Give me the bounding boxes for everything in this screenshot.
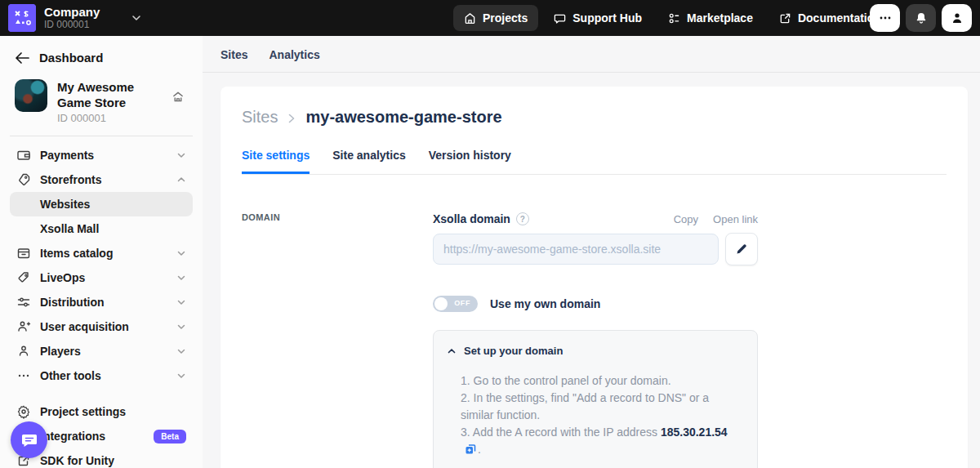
project-avatar[interactable]	[15, 79, 47, 112]
own-domain-toggle-row: OFF Use my own domain	[433, 296, 758, 312]
sidebar-item-storefronts[interactable]: Storefronts	[10, 167, 193, 192]
sidebar-item-xsolla-mall[interactable]: Xsolla Mall	[10, 216, 193, 241]
site-settings-card: Sites my-awesome-game-store Site setting…	[220, 87, 968, 468]
project-card: My Awesome Game Store ID 000001	[0, 73, 203, 127]
setup-step-2: 2. In the settings, find "Add a record t…	[461, 390, 744, 424]
tag-icon	[16, 270, 31, 285]
content-area: Sites Analytics Sites my-awesome-game-st…	[203, 36, 980, 468]
chat-bubble-icon	[20, 430, 39, 450]
chevron-down-icon	[176, 248, 186, 258]
top-nav: Projects Support Hub Marketplace Documen…	[453, 5, 892, 31]
setup-panel-title: Set up your domain	[464, 345, 563, 357]
more-options-button[interactable]	[870, 4, 900, 32]
tab-version-history[interactable]: Version history	[429, 149, 511, 174]
sidebar: Dashboard My Awesome Game Store ID 00000…	[0, 36, 203, 468]
sidebar-item-label: SDK for Unity	[40, 454, 186, 467]
user-plus-icon	[16, 319, 31, 334]
domain-section-label: DOMAIN	[242, 212, 433, 222]
nav-documentation-label: Documentation	[798, 11, 881, 25]
sidebar-item-players[interactable]: Players	[10, 339, 193, 363]
xsolla-domain-input[interactable]	[433, 234, 719, 265]
nav-projects[interactable]: Projects	[453, 5, 538, 31]
sidebar-item-distribution[interactable]: Distribution	[10, 290, 193, 314]
nav-marketplace-label: Marketplace	[687, 11, 753, 25]
nav-projects-label: Projects	[483, 11, 528, 25]
own-domain-toggle-label: Use my own domain	[490, 297, 600, 310]
setup-domain-panel: Set up your domain 1. Go to the control …	[433, 330, 758, 468]
notifications-button[interactable]	[906, 4, 936, 32]
chat-icon	[554, 12, 566, 25]
tabs: Site settings Site analytics Version his…	[242, 149, 947, 175]
chevron-down-icon	[176, 297, 186, 307]
secondary-nav-sites[interactable]: Sites	[220, 48, 247, 61]
company-name: Company	[44, 6, 100, 19]
xsolla-logo-icon	[8, 4, 36, 32]
chevron-down-icon	[176, 273, 186, 283]
sidebar-item-label: Storefronts	[40, 173, 176, 186]
help-icon[interactable]: ?	[516, 212, 529, 225]
sidebar-item-label: Players	[40, 345, 176, 358]
sidebar-menu: Payments Storefronts Websites Xsolla Mal…	[0, 143, 203, 468]
back-label: Dashboard	[39, 51, 103, 65]
back-to-dashboard[interactable]: Dashboard	[0, 36, 203, 73]
sidebar-item-user-acquisition[interactable]: User acquisition	[10, 314, 193, 339]
company-switcher[interactable]: Company ID 000001	[8, 4, 212, 32]
edit-domain-button[interactable]	[725, 233, 758, 265]
chevron-down-icon[interactable]	[131, 12, 142, 24]
sidebar-item-websites[interactable]: Websites	[10, 192, 193, 216]
breadcrumb-current: my-awesome-game-store	[305, 108, 501, 127]
ellipsis-icon	[16, 368, 31, 383]
wallet-icon	[16, 148, 31, 163]
marketplace-icon	[668, 12, 680, 25]
external-link-icon	[779, 12, 791, 25]
sidebar-item-label: User acquisition	[40, 320, 176, 333]
setup-panel-header[interactable]: Set up your domain	[447, 345, 744, 357]
tags-icon	[16, 172, 31, 187]
sidebar-item-liveops[interactable]: LiveOps	[10, 265, 193, 290]
setup-step-3: 3. Add the A record with the IP address …	[461, 424, 744, 460]
sidebar-item-label: Other tools	[40, 369, 176, 382]
sidebar-item-other-tools[interactable]: Other tools	[10, 363, 193, 388]
sidebar-item-label: Xsolla Mall	[40, 222, 186, 235]
own-domain-toggle[interactable]: OFF	[433, 296, 478, 312]
top-actions	[870, 4, 972, 32]
arrow-left-icon	[15, 51, 29, 65]
sidebar-item-project-settings[interactable]: Project settings	[10, 399, 193, 424]
copy-ip-icon[interactable]	[465, 443, 476, 460]
nav-marketplace[interactable]: Marketplace	[657, 5, 764, 31]
sidebar-item-label: Payments	[40, 149, 176, 162]
account-button[interactable]	[942, 4, 972, 32]
project-home-icon[interactable]	[172, 91, 185, 103]
sliders-icon	[16, 295, 31, 310]
chat-widget-button[interactable]	[11, 421, 47, 458]
chevron-up-icon	[447, 346, 457, 356]
ip-address: 185.30.21.54	[661, 426, 728, 439]
project-id: ID 000001	[57, 112, 191, 124]
company-id: ID 000001	[44, 19, 100, 30]
nav-support-hub[interactable]: Support Hub	[543, 5, 653, 31]
xsolla-domain-label: Xsolla domain	[433, 212, 510, 225]
toggle-knob	[434, 297, 448, 310]
secondary-nav-analytics[interactable]: Analytics	[269, 48, 319, 61]
sidebar-item-label: Items catalog	[40, 247, 176, 260]
chevron-right-icon	[287, 113, 296, 124]
sidebar-item-payments[interactable]: Payments	[10, 143, 193, 167]
chevron-down-icon	[176, 150, 186, 160]
open-link[interactable]: Open link	[713, 213, 758, 225]
tab-site-analytics[interactable]: Site analytics	[332, 149, 406, 174]
menu-gap	[10, 388, 193, 399]
sidebar-item-items-catalog[interactable]: Items catalog	[10, 241, 193, 265]
chevron-up-icon	[176, 175, 186, 185]
chevron-down-icon	[176, 346, 186, 356]
tab-site-settings[interactable]: Site settings	[242, 149, 310, 174]
home-icon	[464, 12, 476, 25]
pencil-icon	[735, 243, 748, 256]
copy-link[interactable]: Copy	[674, 213, 698, 225]
bell-icon	[915, 11, 928, 25]
box-icon	[16, 246, 31, 261]
setup-steps: 1. Go to the control panel of your domai…	[447, 372, 744, 460]
person-icon	[16, 344, 31, 359]
setup-step-1: 1. Go to the control panel of your domai…	[461, 372, 744, 390]
breadcrumb-sites[interactable]: Sites	[242, 108, 278, 127]
chevron-down-icon	[176, 371, 186, 381]
